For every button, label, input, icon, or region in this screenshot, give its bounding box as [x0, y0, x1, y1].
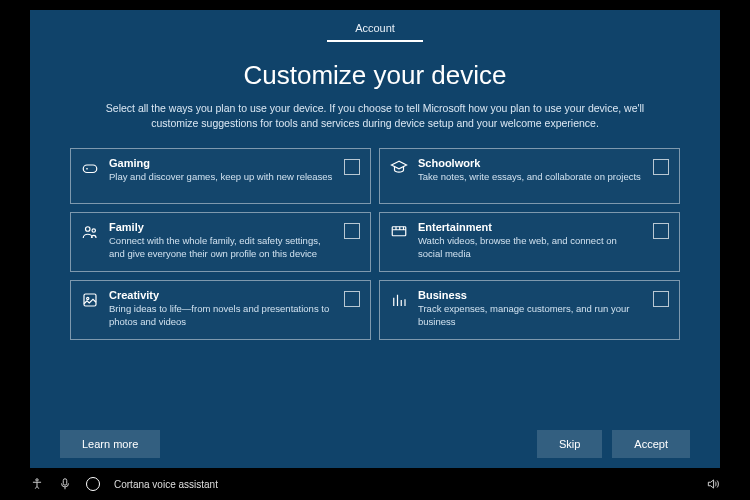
card-desc: Take notes, write essays, and collaborat… [418, 171, 643, 184]
usage-grid: Gaming Play and discover games, keep up … [70, 148, 680, 339]
svg-point-5 [87, 297, 89, 299]
checkbox-family[interactable] [344, 223, 360, 239]
svg-rect-0 [83, 165, 97, 173]
creativity-icon [81, 291, 99, 309]
tab-bar: Account [30, 10, 720, 42]
volume-icon[interactable] [706, 477, 720, 491]
checkbox-creativity[interactable] [344, 291, 360, 307]
gaming-icon [81, 159, 99, 177]
skip-button[interactable]: Skip [537, 430, 602, 458]
svg-rect-7 [63, 479, 67, 485]
svg-point-6 [36, 479, 38, 481]
business-icon [390, 291, 408, 309]
svg-point-1 [86, 227, 91, 232]
cortana-label: Cortana voice assistant [114, 479, 218, 490]
accept-button[interactable]: Accept [612, 430, 690, 458]
schoolwork-icon [390, 159, 408, 177]
oobe-screen: Account Customize your device Select all… [30, 10, 720, 468]
card-creativity[interactable]: Creativity Bring ideas to life—from nove… [70, 280, 371, 340]
footer-bar: Learn more Skip Accept [60, 430, 690, 458]
accessibility-icon[interactable] [30, 477, 44, 491]
card-title: Gaming [109, 157, 334, 169]
card-entertainment[interactable]: Entertainment Watch videos, browse the w… [379, 212, 680, 272]
card-desc: Track expenses, manage customers, and ru… [418, 303, 643, 329]
card-title: Entertainment [418, 221, 643, 233]
svg-point-2 [92, 229, 95, 232]
checkbox-schoolwork[interactable] [653, 159, 669, 175]
checkbox-business[interactable] [653, 291, 669, 307]
family-icon [81, 223, 99, 241]
microphone-icon[interactable] [58, 477, 72, 491]
card-family[interactable]: Family Connect with the whole family, ed… [70, 212, 371, 272]
cortana-icon[interactable] [86, 477, 100, 491]
main-content: Customize your device Select all the way… [30, 42, 720, 468]
card-business[interactable]: Business Track expenses, manage customer… [379, 280, 680, 340]
card-desc: Bring ideas to life—from novels and pres… [109, 303, 334, 329]
card-schoolwork[interactable]: Schoolwork Take notes, write essays, and… [379, 148, 680, 204]
card-title: Schoolwork [418, 157, 643, 169]
learn-more-button[interactable]: Learn more [60, 430, 160, 458]
card-desc: Connect with the whole family, edit safe… [109, 235, 334, 261]
entertainment-icon [390, 223, 408, 241]
tab-account[interactable]: Account [327, 16, 423, 42]
card-title: Creativity [109, 289, 334, 301]
card-desc: Watch videos, browse the web, and connec… [418, 235, 643, 261]
taskbar: Cortana voice assistant [0, 468, 750, 500]
page-title: Customize your device [244, 60, 507, 91]
card-title: Business [418, 289, 643, 301]
card-desc: Play and discover games, keep up with ne… [109, 171, 334, 184]
page-subtitle: Select all the ways you plan to use your… [95, 101, 655, 130]
checkbox-gaming[interactable] [344, 159, 360, 175]
checkbox-entertainment[interactable] [653, 223, 669, 239]
card-gaming[interactable]: Gaming Play and discover games, keep up … [70, 148, 371, 204]
card-title: Family [109, 221, 334, 233]
